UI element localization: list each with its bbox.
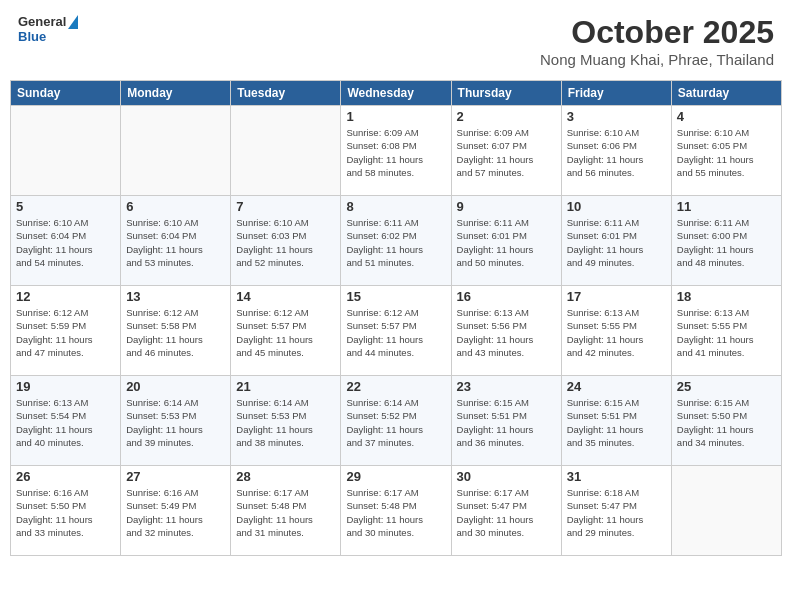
day-info: Sunrise: 6:18 AM Sunset: 5:47 PM Dayligh… — [567, 486, 666, 539]
calendar-cell: 6Sunrise: 6:10 AM Sunset: 6:04 PM Daylig… — [121, 196, 231, 286]
day-number: 10 — [567, 199, 666, 214]
day-number: 24 — [567, 379, 666, 394]
day-number: 18 — [677, 289, 776, 304]
day-info: Sunrise: 6:12 AM Sunset: 5:59 PM Dayligh… — [16, 306, 115, 359]
day-number: 19 — [16, 379, 115, 394]
calendar-cell: 29Sunrise: 6:17 AM Sunset: 5:48 PM Dayli… — [341, 466, 451, 556]
day-info: Sunrise: 6:16 AM Sunset: 5:49 PM Dayligh… — [126, 486, 225, 539]
day-info: Sunrise: 6:10 AM Sunset: 6:06 PM Dayligh… — [567, 126, 666, 179]
day-info: Sunrise: 6:12 AM Sunset: 5:57 PM Dayligh… — [346, 306, 445, 359]
weekday-header-cell: Monday — [121, 81, 231, 106]
day-info: Sunrise: 6:17 AM Sunset: 5:48 PM Dayligh… — [346, 486, 445, 539]
weekday-header-cell: Thursday — [451, 81, 561, 106]
day-number: 2 — [457, 109, 556, 124]
day-number: 27 — [126, 469, 225, 484]
day-info: Sunrise: 6:11 AM Sunset: 6:01 PM Dayligh… — [567, 216, 666, 269]
calendar-cell: 30Sunrise: 6:17 AM Sunset: 5:47 PM Dayli… — [451, 466, 561, 556]
calendar-cell — [231, 106, 341, 196]
day-number: 31 — [567, 469, 666, 484]
day-info: Sunrise: 6:15 AM Sunset: 5:51 PM Dayligh… — [457, 396, 556, 449]
day-info: Sunrise: 6:13 AM Sunset: 5:55 PM Dayligh… — [567, 306, 666, 359]
day-info: Sunrise: 6:13 AM Sunset: 5:54 PM Dayligh… — [16, 396, 115, 449]
day-info: Sunrise: 6:12 AM Sunset: 5:57 PM Dayligh… — [236, 306, 335, 359]
calendar-cell: 31Sunrise: 6:18 AM Sunset: 5:47 PM Dayli… — [561, 466, 671, 556]
calendar-cell: 4Sunrise: 6:10 AM Sunset: 6:05 PM Daylig… — [671, 106, 781, 196]
day-info: Sunrise: 6:17 AM Sunset: 5:48 PM Dayligh… — [236, 486, 335, 539]
weekday-header-cell: Wednesday — [341, 81, 451, 106]
calendar-cell: 18Sunrise: 6:13 AM Sunset: 5:55 PM Dayli… — [671, 286, 781, 376]
calendar-cell: 1Sunrise: 6:09 AM Sunset: 6:08 PM Daylig… — [341, 106, 451, 196]
day-number: 11 — [677, 199, 776, 214]
weekday-header-cell: Sunday — [11, 81, 121, 106]
day-number: 22 — [346, 379, 445, 394]
calendar-cell: 16Sunrise: 6:13 AM Sunset: 5:56 PM Dayli… — [451, 286, 561, 376]
calendar-cell: 10Sunrise: 6:11 AM Sunset: 6:01 PM Dayli… — [561, 196, 671, 286]
calendar-cell: 27Sunrise: 6:16 AM Sunset: 5:49 PM Dayli… — [121, 466, 231, 556]
calendar-cell: 25Sunrise: 6:15 AM Sunset: 5:50 PM Dayli… — [671, 376, 781, 466]
day-info: Sunrise: 6:14 AM Sunset: 5:53 PM Dayligh… — [236, 396, 335, 449]
day-number: 26 — [16, 469, 115, 484]
logo-general-text: General — [18, 14, 66, 29]
day-info: Sunrise: 6:11 AM Sunset: 6:00 PM Dayligh… — [677, 216, 776, 269]
day-info: Sunrise: 6:10 AM Sunset: 6:04 PM Dayligh… — [16, 216, 115, 269]
calendar-week-row: 19Sunrise: 6:13 AM Sunset: 5:54 PM Dayli… — [11, 376, 782, 466]
day-number: 25 — [677, 379, 776, 394]
calendar-cell — [121, 106, 231, 196]
day-number: 4 — [677, 109, 776, 124]
calendar-cell: 15Sunrise: 6:12 AM Sunset: 5:57 PM Dayli… — [341, 286, 451, 376]
logo: General Blue — [18, 14, 78, 44]
day-info: Sunrise: 6:16 AM Sunset: 5:50 PM Dayligh… — [16, 486, 115, 539]
day-number: 20 — [126, 379, 225, 394]
day-number: 16 — [457, 289, 556, 304]
calendar-cell: 24Sunrise: 6:15 AM Sunset: 5:51 PM Dayli… — [561, 376, 671, 466]
calendar-cell: 22Sunrise: 6:14 AM Sunset: 5:52 PM Dayli… — [341, 376, 451, 466]
calendar-cell: 3Sunrise: 6:10 AM Sunset: 6:06 PM Daylig… — [561, 106, 671, 196]
day-info: Sunrise: 6:17 AM Sunset: 5:47 PM Dayligh… — [457, 486, 556, 539]
calendar-cell: 13Sunrise: 6:12 AM Sunset: 5:58 PM Dayli… — [121, 286, 231, 376]
day-info: Sunrise: 6:10 AM Sunset: 6:03 PM Dayligh… — [236, 216, 335, 269]
logo-icon — [68, 15, 78, 29]
day-number: 28 — [236, 469, 335, 484]
page-header: General Blue October 2025 Nong Muang Kha… — [10, 10, 782, 72]
calendar-cell: 7Sunrise: 6:10 AM Sunset: 6:03 PM Daylig… — [231, 196, 341, 286]
calendar-cell: 8Sunrise: 6:11 AM Sunset: 6:02 PM Daylig… — [341, 196, 451, 286]
calendar-cell — [671, 466, 781, 556]
day-number: 13 — [126, 289, 225, 304]
calendar-cell: 23Sunrise: 6:15 AM Sunset: 5:51 PM Dayli… — [451, 376, 561, 466]
calendar-week-row: 5Sunrise: 6:10 AM Sunset: 6:04 PM Daylig… — [11, 196, 782, 286]
calendar-cell: 2Sunrise: 6:09 AM Sunset: 6:07 PM Daylig… — [451, 106, 561, 196]
calendar-week-row: 12Sunrise: 6:12 AM Sunset: 5:59 PM Dayli… — [11, 286, 782, 376]
calendar-body: 1Sunrise: 6:09 AM Sunset: 6:08 PM Daylig… — [11, 106, 782, 556]
location-text: Nong Muang Khai, Phrae, Thailand — [540, 51, 774, 68]
calendar-cell: 9Sunrise: 6:11 AM Sunset: 6:01 PM Daylig… — [451, 196, 561, 286]
calendar-cell: 12Sunrise: 6:12 AM Sunset: 5:59 PM Dayli… — [11, 286, 121, 376]
day-info: Sunrise: 6:14 AM Sunset: 5:52 PM Dayligh… — [346, 396, 445, 449]
weekday-header-cell: Tuesday — [231, 81, 341, 106]
day-info: Sunrise: 6:09 AM Sunset: 6:08 PM Dayligh… — [346, 126, 445, 179]
logo-blue-text: Blue — [18, 29, 78, 44]
day-info: Sunrise: 6:14 AM Sunset: 5:53 PM Dayligh… — [126, 396, 225, 449]
day-number: 29 — [346, 469, 445, 484]
day-info: Sunrise: 6:10 AM Sunset: 6:04 PM Dayligh… — [126, 216, 225, 269]
day-number: 23 — [457, 379, 556, 394]
day-number: 3 — [567, 109, 666, 124]
day-info: Sunrise: 6:09 AM Sunset: 6:07 PM Dayligh… — [457, 126, 556, 179]
day-number: 30 — [457, 469, 556, 484]
calendar-cell: 21Sunrise: 6:14 AM Sunset: 5:53 PM Dayli… — [231, 376, 341, 466]
day-number: 5 — [16, 199, 115, 214]
day-info: Sunrise: 6:11 AM Sunset: 6:01 PM Dayligh… — [457, 216, 556, 269]
weekday-header-cell: Saturday — [671, 81, 781, 106]
weekday-header-row: SundayMondayTuesdayWednesdayThursdayFrid… — [11, 81, 782, 106]
month-title: October 2025 — [540, 14, 774, 51]
calendar-cell: 28Sunrise: 6:17 AM Sunset: 5:48 PM Dayli… — [231, 466, 341, 556]
day-info: Sunrise: 6:13 AM Sunset: 5:56 PM Dayligh… — [457, 306, 556, 359]
calendar-cell: 5Sunrise: 6:10 AM Sunset: 6:04 PM Daylig… — [11, 196, 121, 286]
day-number: 8 — [346, 199, 445, 214]
calendar-cell — [11, 106, 121, 196]
day-info: Sunrise: 6:12 AM Sunset: 5:58 PM Dayligh… — [126, 306, 225, 359]
day-number: 7 — [236, 199, 335, 214]
calendar-table: SundayMondayTuesdayWednesdayThursdayFrid… — [10, 80, 782, 556]
day-number: 21 — [236, 379, 335, 394]
calendar-cell: 26Sunrise: 6:16 AM Sunset: 5:50 PM Dayli… — [11, 466, 121, 556]
calendar-cell: 14Sunrise: 6:12 AM Sunset: 5:57 PM Dayli… — [231, 286, 341, 376]
